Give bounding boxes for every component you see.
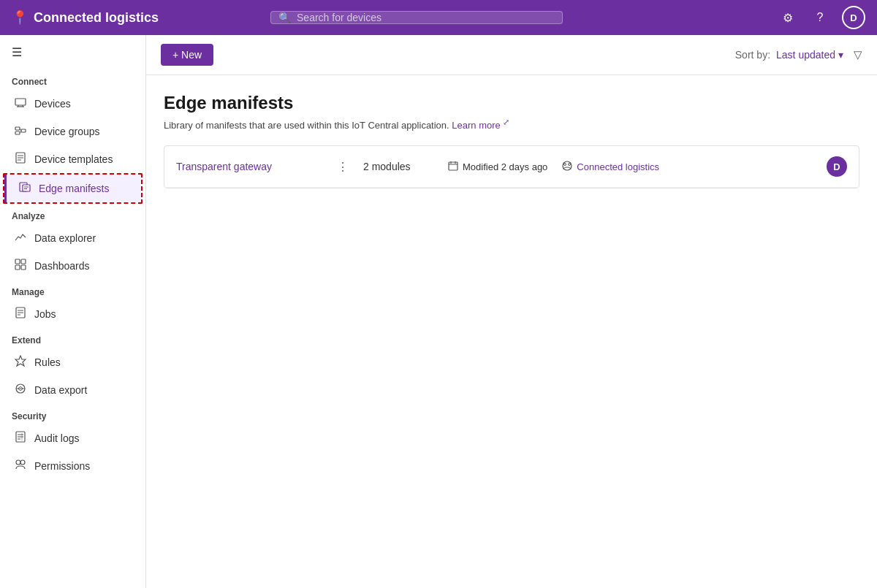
layout: ☰ Connect Devices [0,35,877,588]
sidebar-item-permissions[interactable]: Permissions [0,452,145,480]
svg-point-34 [20,460,25,465]
svg-rect-17 [15,259,20,264]
section-extend: Extend [0,328,145,348]
svg-marker-25 [15,356,26,366]
sidebar-item-device-templates[interactable]: Device templates [0,145,145,173]
sidebar-item-dashboards-label: Dashboards [34,260,90,272]
data-explorer-icon [14,231,27,245]
sidebar-item-rules-label: Rules [34,356,61,368]
section-manage: Manage [0,280,145,300]
main-content: + New Sort by: Last updated ▾ ▽ Edge man… [146,35,877,588]
svg-rect-5 [15,131,20,134]
manifest-user-avatar: D [827,156,847,177]
dashboards-icon [14,259,27,273]
sidebar-item-edge-manifests-label: Edge manifests [39,183,110,194]
svg-rect-6 [21,129,26,132]
sidebar-item-device-groups-label: Device groups [34,126,100,137]
sidebar: ☰ Connect Devices [0,35,146,588]
sidebar-item-devices[interactable]: Devices [0,90,145,118]
sidebar-item-data-explorer[interactable]: Data explorer [0,224,145,252]
sidebar-item-data-explorer-label: Data explorer [34,232,96,244]
chevron-down-icon: ▾ [838,49,843,61]
topbar: 📍 Connected logistics 🔍 ⚙ ? D [0,0,877,35]
data-export-icon [14,383,27,397]
svg-point-33 [16,460,20,465]
app-icon [562,161,572,173]
svg-rect-4 [15,127,20,130]
sidebar-item-permissions-label: Permissions [34,460,90,472]
sidebar-item-devices-label: Devices [34,98,71,110]
devices-icon [14,96,27,111]
page-title: Edge manifests [164,93,859,113]
svg-rect-19 [15,265,20,270]
learn-more-link[interactable]: Learn more ⤢ [452,120,509,131]
sidebar-item-audit-logs-label: Audit logs [34,432,79,444]
manifest-name[interactable]: Transparent gateway [176,161,322,172]
sidebar-item-jobs-label: Jobs [34,308,56,320]
sidebar-item-audit-logs[interactable]: Audit logs [0,424,145,452]
sidebar-item-device-templates-label: Device templates [34,153,113,165]
device-templates-icon [14,152,27,167]
page-content: Edge manifests Library of manifests that… [146,75,877,588]
sidebar-item-rules[interactable]: Rules [0,348,145,376]
sidebar-item-dashboards[interactable]: Dashboards [0,252,145,280]
table-row[interactable]: Transparent gateway ⋮ 2 modules [164,146,859,188]
edge-manifests-icon [18,181,31,196]
svg-rect-14 [23,185,30,191]
svg-rect-20 [21,265,26,270]
audit-logs-icon [14,431,27,446]
svg-point-40 [564,163,566,165]
manifest-modules: 2 modules [363,161,436,172]
toolbar: + New Sort by: Last updated ▾ ▽ [146,35,877,75]
manifest-list: Transparent gateway ⋮ 2 modules [164,145,859,188]
search-bar[interactable]: 🔍 [270,11,563,24]
pin-icon: 📍 [12,9,28,26]
sidebar-item-jobs[interactable]: Jobs [0,300,145,328]
manifest-modified: Modified 2 days ago [448,161,547,173]
new-button[interactable]: + New [161,44,213,66]
sidebar-item-edge-manifests[interactable]: Edge manifests [4,175,141,202]
external-link-icon: ⤢ [503,118,509,126]
manifest-app: Connected logistics [562,161,659,173]
page-description: Library of manifests that are used withi… [164,118,859,131]
rules-icon [14,355,27,370]
settings-icon[interactable]: ⚙ [778,7,798,28]
hamburger-button[interactable]: ☰ [0,35,145,69]
help-icon[interactable]: ? [810,7,830,28]
search-input[interactable] [297,12,555,23]
device-groups-icon [14,124,27,139]
section-connect: Connect [0,69,145,90]
app-name: Connected logistics [34,10,159,26]
svg-rect-35 [449,162,458,170]
search-icon: 🔍 [278,12,291,23]
svg-point-39 [563,161,572,170]
svg-rect-0 [15,99,26,105]
section-security: Security [0,404,145,424]
topbar-right: ⚙ ? D [778,6,865,29]
sort-value[interactable]: Last updated ▾ [776,49,843,61]
manifest-meta: Modified 2 days ago [448,161,815,173]
permissions-icon [14,459,27,473]
filter-icon[interactable]: ▽ [854,48,862,61]
section-analyze: Analyze [0,204,145,224]
app-logo: 📍 Connected logistics [12,9,159,26]
avatar[interactable]: D [842,6,865,29]
sidebar-item-data-export[interactable]: Data export [0,376,145,404]
svg-point-41 [569,163,571,165]
calendar-icon [448,161,458,173]
sidebar-item-data-export-label: Data export [34,384,87,396]
jobs-icon [14,307,27,321]
sidebar-item-device-groups[interactable]: Device groups [0,118,145,145]
svg-rect-18 [21,259,26,264]
sort-area: Sort by: Last updated ▾ ▽ [735,48,862,61]
sort-label: Sort by: [735,49,770,61]
more-options-icon[interactable]: ⋮ [334,160,352,174]
